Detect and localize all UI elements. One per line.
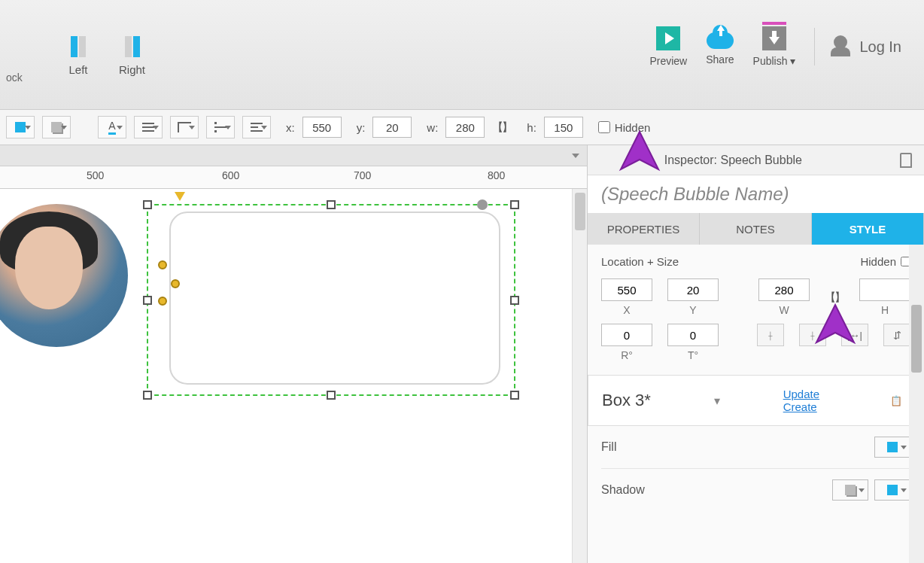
h-input[interactable] — [544, 117, 583, 138]
panel-h-input[interactable] — [859, 278, 910, 301]
hidden-checkbox-input[interactable] — [598, 121, 610, 133]
border-dropdown[interactable] — [170, 116, 199, 138]
style-panel: Location + Size Hidden X Y W 【】 H R° T° … — [588, 245, 924, 563]
resize-handle[interactable] — [510, 391, 519, 400]
tab-properties[interactable]: PROPERTIES — [588, 213, 700, 245]
main-area: 500 600 700 800 — [0, 145, 924, 563]
panel-y-input[interactable] — [667, 278, 719, 301]
fill-label: Fill — [601, 440, 616, 454]
fill-color-dropdown[interactable] — [6, 116, 35, 138]
resize-handle[interactable] — [143, 296, 152, 305]
widget-name-field[interactable]: (Speech Bubble Name) — [588, 175, 924, 213]
list-style-dropdown[interactable] — [206, 116, 235, 138]
panel-r-input[interactable] — [601, 324, 652, 346]
w-input[interactable] — [445, 117, 485, 138]
align-left-button[interactable]: Left — [68, 33, 89, 76]
widget-style-section: Box 3* ▾ Update Create 📋 — [588, 375, 924, 426]
flip-vertical-button[interactable]: ⟊ — [799, 324, 826, 346]
canvas-header-bar — [0, 145, 587, 166]
line-weight-dropdown[interactable] — [134, 116, 163, 138]
style-manager-icon[interactable]: 📋 — [883, 389, 910, 412]
resize-handle[interactable] — [510, 296, 519, 305]
download-icon — [762, 26, 786, 50]
align-right-icon — [122, 33, 143, 57]
y-label: y: — [357, 121, 366, 134]
inspector-panel: Inspector: Speech Bubble (Speech Bubble … — [587, 145, 924, 563]
align-left-icon — [68, 33, 89, 57]
hidden-checkbox-toolbar[interactable]: Hidden — [598, 121, 651, 134]
fit-height-button[interactable]: ⇵ — [883, 324, 910, 346]
location-size-label: Location + Size — [601, 255, 679, 268]
resize-handle[interactable] — [327, 391, 336, 400]
inspector-title: Inspector: Speech Bubble — [664, 154, 802, 167]
lock-label-partial: ock — [6, 72, 23, 84]
h-label: h: — [527, 121, 536, 134]
top-toolbar: ock Left Right Preview Share Publish ▾ L… — [0, 0, 924, 109]
align-right-button[interactable]: Right — [119, 33, 145, 76]
collapse-icon[interactable] — [572, 154, 579, 158]
style-name[interactable]: Box 3* — [602, 391, 651, 410]
style-dropdown-arrow[interactable]: ▾ — [714, 394, 720, 408]
fit-width-button[interactable]: |↔| — [841, 324, 868, 346]
panel-w-input[interactable] — [758, 278, 810, 301]
tab-notes[interactable]: NOTES — [700, 213, 812, 245]
panel-vertical-scrollbar[interactable] — [909, 245, 924, 563]
person-icon — [834, 35, 847, 49]
resize-handle[interactable] — [327, 200, 336, 209]
preview-button[interactable]: Preview — [649, 26, 687, 67]
horizontal-ruler: 500 600 700 800 — [0, 166, 587, 189]
canvas[interactable] — [0, 189, 587, 563]
x-input[interactable] — [302, 117, 342, 138]
shadow-dropdown[interactable] — [42, 116, 71, 138]
resize-handle[interactable] — [143, 200, 152, 209]
create-style-link[interactable]: Create — [783, 400, 819, 413]
y-input[interactable] — [372, 117, 412, 138]
avatar-image[interactable] — [0, 204, 128, 347]
publish-button[interactable]: Publish ▾ — [753, 26, 796, 67]
shadow-style-button[interactable] — [832, 479, 868, 501]
panel-x-input[interactable] — [601, 278, 652, 301]
resize-handle[interactable] — [510, 200, 519, 209]
tab-style[interactable]: STYLE — [812, 213, 924, 245]
w-label: w: — [427, 121, 438, 134]
canvas-wrap: 500 600 700 800 — [0, 145, 587, 563]
connector-handle[interactable] — [477, 199, 488, 210]
share-button[interactable]: Share — [706, 28, 734, 65]
panel-t-input[interactable] — [667, 324, 719, 346]
shadow-label: Shadow — [601, 483, 645, 497]
canvas-vertical-scrollbar[interactable] — [572, 189, 587, 563]
x-label: x: — [286, 121, 295, 134]
align-dropdown[interactable] — [242, 116, 271, 138]
inspector-tabs: PROPERTIES NOTES STYLE — [588, 213, 924, 245]
update-style-link[interactable]: Update — [783, 388, 819, 400]
panel-aspect-lock-icon[interactable]: 【】 — [825, 291, 844, 305]
divider — [814, 28, 815, 65]
selection-outline — [147, 204, 515, 396]
hidden-checkbox-panel[interactable]: Hidden — [860, 255, 910, 268]
format-toolbar: A x: y: w: 【】 h: Hidden — [0, 109, 924, 145]
inspector-header: Inspector: Speech Bubble — [588, 145, 924, 175]
resize-handle[interactable] — [143, 391, 152, 400]
shadow-color-button[interactable] — [874, 479, 910, 501]
play-icon — [656, 26, 680, 50]
flip-horizontal-button[interactable]: ⟊ — [757, 324, 784, 346]
fill-color-button[interactable] — [874, 437, 910, 458]
rotation-handle[interactable] — [175, 192, 185, 201]
aspect-lock-icon[interactable]: 【】 — [492, 120, 512, 135]
font-color-dropdown[interactable]: A — [98, 116, 126, 138]
login-button[interactable]: Log In — [834, 35, 901, 58]
cloud-upload-icon — [707, 28, 734, 49]
document-icon[interactable] — [900, 153, 912, 168]
